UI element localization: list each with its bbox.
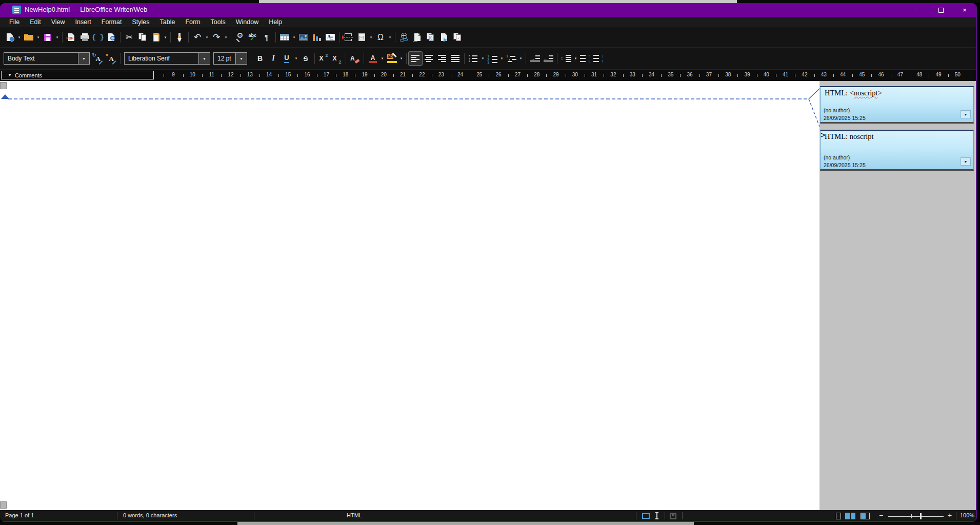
insert-special-character-button[interactable]: Ω — [374, 31, 387, 44]
close-button[interactable]: × — [954, 3, 975, 17]
comment-menu-button[interactable]: ▼ — [961, 157, 971, 166]
insert-bookmark-button[interactable] — [437, 31, 451, 44]
minimize-button[interactable]: − — [906, 3, 927, 17]
insert-frame-button-dropdown[interactable]: ▾ — [368, 31, 374, 44]
comment-text[interactable]: HTML: <noscript> — [825, 89, 882, 97]
menu-window[interactable]: Window — [231, 17, 264, 27]
find-replace-button[interactable]: a — [233, 31, 247, 44]
paste-button-dropdown[interactable]: ▾ — [163, 31, 168, 44]
menu-tools[interactable]: Tools — [206, 17, 231, 27]
increase-paragraph-spacing-button[interactable]: ↑↓ — [578, 52, 592, 65]
font-size-combo[interactable]: 12 pt ▾ — [213, 52, 247, 65]
insert-image-button[interactable] — [297, 31, 310, 44]
open-button[interactable] — [22, 31, 35, 44]
menu-table[interactable]: Table — [154, 17, 180, 27]
update-style-button[interactable]: A↻ — [91, 52, 105, 65]
menu-view[interactable]: View — [46, 17, 70, 27]
paragraph-style-combo[interactable]: Body Text ▾ — [4, 52, 90, 65]
insert-special-character-button-dropdown[interactable]: ▾ — [387, 31, 393, 44]
menu-file[interactable]: File — [4, 17, 25, 27]
spelling-button[interactable]: abc✓ — [247, 31, 260, 44]
insert-frame-button[interactable]: [–] — [355, 31, 368, 44]
redo-button[interactable]: ↷ — [210, 31, 223, 44]
menu-format[interactable]: Format — [96, 17, 127, 27]
font-color-button[interactable]: A — [366, 52, 379, 65]
zoom-in-button[interactable]: + — [948, 511, 952, 519]
copy-button[interactable] — [136, 31, 149, 44]
comments-panel-toggle[interactable]: ▼ Comments — [1, 71, 154, 79]
font-name-combo[interactable]: Liberation Serif ▾ — [124, 52, 210, 65]
undo-button-dropdown[interactable]: ▾ — [204, 31, 210, 44]
clone-formatting-button[interactable] — [173, 31, 186, 44]
comment-text[interactable]: HTML: noscript — [825, 132, 873, 141]
align-center-button[interactable] — [422, 52, 435, 65]
unordered-list-button-dropdown[interactable]: ▾ — [480, 52, 486, 65]
align-right-button[interactable] — [435, 52, 449, 65]
book-view-button[interactable] — [861, 513, 870, 519]
new-style-button[interactable]: A* — [105, 52, 118, 65]
insert-table-button-dropdown[interactable]: ▾ — [291, 31, 297, 44]
unordered-list-button[interactable] — [467, 52, 480, 65]
underline-button-dropdown[interactable]: ▾ — [293, 52, 299, 65]
line-spacing-button-dropdown[interactable]: ▾ — [573, 52, 578, 65]
zoom-level-status[interactable]: 100% — [960, 512, 974, 518]
justify-button[interactable] — [449, 52, 462, 65]
print-button[interactable] — [78, 31, 91, 44]
align-left-button[interactable] — [409, 52, 422, 65]
ordered-list-button-dropdown[interactable]: ▾ — [499, 52, 505, 65]
decrease-paragraph-spacing-button[interactable]: ↓↑ — [592, 52, 605, 65]
font-color-button-dropdown[interactable]: ▾ — [379, 52, 385, 65]
horizontal-ruler[interactable]: ▼ Comments 91011121314151617181920212223… — [0, 70, 976, 81]
formatting-marks-button[interactable]: ¶ — [260, 31, 273, 44]
menu-form[interactable]: Form — [180, 17, 205, 27]
comment-card-1[interactable]: HTML: <noscript>(no author)26/09/2025 15… — [820, 86, 974, 124]
paste-button[interactable] — [149, 31, 163, 44]
zoom-slider[interactable] — [888, 516, 944, 517]
insert-hyperlink-button[interactable] — [397, 31, 411, 44]
strikethrough-button[interactable]: S — [299, 52, 312, 65]
export-pdf-button[interactable]: PDF — [65, 31, 78, 44]
comment-card-2[interactable]: HTML: noscript>(no author)26/09/2025 15:… — [820, 130, 974, 171]
save-status-icon[interactable] — [670, 513, 676, 519]
bold-button[interactable]: B — [253, 52, 267, 65]
new-document-button[interactable] — [3, 31, 16, 44]
new-document-button-dropdown[interactable]: ▾ — [16, 31, 22, 44]
source-code-button[interactable]: { } — [91, 31, 105, 44]
increase-indent-button[interactable]: → — [528, 52, 542, 65]
menu-styles[interactable]: Styles — [127, 17, 154, 27]
line-spacing-button[interactable]: ↕ — [559, 52, 573, 65]
menu-help[interactable]: Help — [264, 17, 287, 27]
outline-list-button-dropdown[interactable]: ▾ — [518, 52, 524, 65]
redo-button-dropdown[interactable]: ▾ — [223, 31, 229, 44]
save-button[interactable] — [41, 31, 54, 44]
menu-insert[interactable]: Insert — [70, 17, 96, 27]
italic-button[interactable]: I — [267, 52, 280, 65]
save-button-dropdown[interactable]: ▾ — [54, 31, 60, 44]
highlight-color-button[interactable]: ab — [385, 52, 398, 65]
preview-in-browser-button[interactable] — [105, 31, 118, 44]
insert-chart-button[interactable] — [310, 31, 324, 44]
insert-page-break-button[interactable] — [342, 31, 355, 44]
subscript-button[interactable]: X2 — [330, 52, 344, 65]
outline-list-button[interactable]: 1 — [505, 52, 518, 65]
cut-button[interactable]: ✂ — [123, 31, 136, 44]
document-type-status[interactable]: HTML — [347, 512, 362, 518]
chevron-down-icon[interactable]: ▾ — [78, 53, 89, 64]
insert-footnote-button[interactable]: 1 — [411, 31, 424, 44]
document-page[interactable] — [0, 81, 819, 510]
title-bar[interactable]: NewHelp0.html — LibreOffice Writer/Web −… — [0, 3, 976, 17]
page-number-status[interactable]: Page 1 of 1 — [5, 512, 34, 518]
selection-mode-icon[interactable] — [642, 513, 650, 519]
maximize-button[interactable] — [930, 3, 952, 17]
insert-endnote-button[interactable]: [i] — [424, 31, 437, 44]
zoom-out-button[interactable]: − — [879, 511, 883, 519]
insert-cross-reference-button[interactable]: → — [451, 31, 464, 44]
chevron-down-icon[interactable]: ▾ — [198, 53, 210, 64]
word-count-status[interactable]: 0 words, 0 characters — [123, 512, 177, 518]
undo-button[interactable]: ↶ — [191, 31, 204, 44]
superscript-button[interactable]: X2 — [317, 52, 330, 65]
single-page-view-button[interactable] — [836, 513, 841, 519]
underline-button[interactable]: U — [280, 52, 293, 65]
open-button-dropdown[interactable]: ▾ — [35, 31, 41, 44]
insert-textbox-button[interactable]: A — [324, 31, 337, 44]
